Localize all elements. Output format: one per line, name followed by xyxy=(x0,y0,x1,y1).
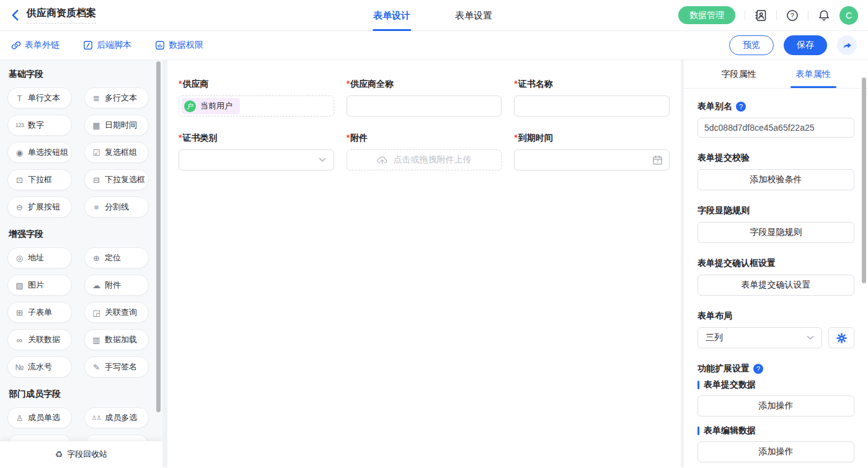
sidebar-scrollbar[interactable] xyxy=(156,61,161,412)
checkbox-group-icon: ☑ xyxy=(92,148,101,157)
palette-item-image[interactable]: ▨图片 xyxy=(7,275,72,296)
tab-form-settings[interactable]: 表单设置 xyxy=(455,0,492,31)
form-external-link-button[interactable]: 表单外链 xyxy=(11,40,60,51)
single-line-text-icon: T xyxy=(15,94,24,103)
certificate-type-select[interactable] xyxy=(179,149,334,170)
palette-item-radio-group[interactable]: ◉单选按钮组 xyxy=(7,142,72,163)
section-title-enhanced-fields: 增强字段 xyxy=(9,229,162,240)
palette-item-location[interactable]: ⊕定位 xyxy=(84,247,149,268)
submit-confirm-heading: 表单提交确认框设置 xyxy=(698,258,854,269)
layout-settings-button[interactable] xyxy=(828,327,854,348)
linked-query-icon: ◲ xyxy=(92,308,101,317)
palette-item-single-line-text[interactable]: T单行文本 xyxy=(7,87,72,108)
add-action-edit-button[interactable]: 添加操作 xyxy=(698,441,854,462)
bell-icon[interactable] xyxy=(818,9,830,22)
submit-confirm-settings-button[interactable]: 表单提交确认设置 xyxy=(698,275,854,296)
palette-item-extend-button[interactable]: ⊖扩展按钮 xyxy=(7,196,72,218)
form-alias-heading: 表单别名 ? xyxy=(698,101,854,112)
enhanced-fields-grid: ◎地址 ⊕定位 ▨图片 ☁附件 ⊞子表单 ◲关联查询 ∞关联数据 ▥数据加载 №… xyxy=(7,247,162,377)
share-button[interactable] xyxy=(837,35,857,55)
form-card[interactable]: *供应商 户 当前用户 *供应商全称 *证书名称 xyxy=(167,60,681,467)
chevron-left-icon xyxy=(11,9,19,21)
palette-item-data-load[interactable]: ▥数据加载 xyxy=(84,329,149,350)
field-attachment[interactable]: *附件 点击或拖拽附件上传 xyxy=(347,133,502,170)
palette-item-multi-select[interactable]: ⊟下拉复选框 xyxy=(84,169,149,190)
form-layout-select[interactable]: 三列 xyxy=(698,327,822,348)
submit-data-group: 表单提交数据 添加操作 xyxy=(698,379,854,417)
page-title[interactable]: 供应商资质档案 xyxy=(27,7,96,24)
palette-item-linked-data[interactable]: ∞关联数据 xyxy=(7,329,72,350)
save-button[interactable]: 保存 xyxy=(784,35,827,55)
divider xyxy=(776,11,777,20)
properties-tabs: 字段属性 表单属性 xyxy=(684,60,868,89)
multi-select-icon: ⊟ xyxy=(92,175,101,185)
toolbar-actions: 预览 保存 xyxy=(729,35,857,55)
field-supplier-full-name[interactable]: *供应商全称 xyxy=(347,79,502,117)
tab-form-properties[interactable]: 表单属性 xyxy=(796,60,831,88)
attachment-upload-area[interactable]: 点击或拖拽附件上传 xyxy=(347,149,502,170)
properties-scrollbar[interactable] xyxy=(862,77,866,283)
link-icon xyxy=(11,40,21,50)
help-badge-icon[interactable]: ? xyxy=(736,102,746,112)
help-icon[interactable]: ? xyxy=(786,9,799,22)
tab-form-design[interactable]: 表单设计 xyxy=(373,0,410,31)
form-layout-group: 表单布局 三列 xyxy=(698,311,854,348)
certificate-name-input[interactable] xyxy=(514,95,670,117)
palette-item-select[interactable]: ⊡下拉框 xyxy=(7,169,72,190)
form-fields-grid: *供应商 户 当前用户 *供应商全称 *证书名称 xyxy=(179,79,670,170)
toolbar-links: 表单外链 后端脚本 数据权限 xyxy=(11,40,203,51)
palette-item-address[interactable]: ◎地址 xyxy=(7,247,72,268)
field-recycle-bin-button[interactable]: ♻ 字段回收站 xyxy=(0,441,162,467)
top-header: 供应商资质档案 表单设计 表单设置 数据管理 ? xyxy=(0,0,868,31)
backend-script-button[interactable]: 后端脚本 xyxy=(83,40,131,51)
palette-item-subform[interactable]: ⊞子表单 xyxy=(7,302,72,323)
submit-validation-group: 表单提交校验 添加校验条件 xyxy=(698,152,854,190)
field-expire-time[interactable]: *到期时间 7 xyxy=(514,133,670,170)
palette-item-attachment[interactable]: ☁附件 xyxy=(84,275,149,296)
datetime-icon: ▦ xyxy=(92,121,101,130)
image-icon: ▨ xyxy=(15,281,24,290)
palette-item-datetime[interactable]: ▦日期时间 xyxy=(84,115,149,136)
palette-item-member-single[interactable]: ♙成员单选 xyxy=(7,407,72,428)
palette-item-checkbox-group[interactable]: ☑复选框组 xyxy=(84,142,149,163)
extend-button-icon: ⊖ xyxy=(15,203,24,212)
svg-text:7: 7 xyxy=(657,159,659,164)
form-layout-heading: 表单布局 xyxy=(698,311,854,322)
field-visibility-rules-button[interactable]: 字段显隐规则 xyxy=(698,222,854,243)
field-visibility-group: 字段显隐规则 字段显隐规则 xyxy=(698,205,854,243)
field-certificate-type[interactable]: *证书类别 xyxy=(179,133,334,170)
help-badge-icon[interactable]: ? xyxy=(753,364,763,374)
palette-item-linked-query[interactable]: ◲关联查询 xyxy=(84,302,149,323)
form-alias-group: 表单别名 ? xyxy=(698,101,854,138)
palette-item-number[interactable]: 123数字 xyxy=(7,115,72,136)
share-arrow-icon xyxy=(842,40,852,51)
palette-item-serial-number[interactable]: №流水号 xyxy=(7,356,72,377)
multi-line-text-icon: ≣ xyxy=(92,94,101,103)
avatar[interactable]: C xyxy=(839,6,858,25)
required-mark: * xyxy=(179,133,182,143)
properties-body: 表单别名 ? 表单提交校验 添加校验条件 字段显隐规则 字段显隐规则 表单提交确… xyxy=(684,89,868,462)
add-action-submit-button[interactable]: 添加操作 xyxy=(698,395,854,417)
palette-item-member-multi[interactable]: ♙♙成员多选 xyxy=(84,407,149,428)
field-label: *供应商全称 xyxy=(347,79,502,90)
field-label: *附件 xyxy=(347,133,502,144)
field-supplier[interactable]: *供应商 户 当前用户 xyxy=(179,79,334,117)
palette-item-divider-line[interactable]: ≡分割线 xyxy=(84,196,149,218)
add-validation-condition-button[interactable]: 添加校验条件 xyxy=(698,169,854,190)
field-certificate-name[interactable]: *证书名称 xyxy=(514,79,670,117)
supplier-full-name-input[interactable] xyxy=(347,95,502,117)
current-user-tag[interactable]: 户 当前用户 xyxy=(182,98,240,114)
linked-data-icon: ∞ xyxy=(15,335,24,345)
data-permission-button[interactable]: 数据权限 xyxy=(155,40,203,51)
data-manage-button[interactable]: 数据管理 xyxy=(678,6,735,24)
palette-item-multi-line-text[interactable]: ≣多行文本 xyxy=(84,87,149,108)
supplier-input[interactable]: 户 当前用户 xyxy=(179,95,334,117)
preview-button[interactable]: 预览 xyxy=(729,35,774,55)
form-alias-input[interactable] xyxy=(698,118,854,138)
tab-field-properties[interactable]: 字段属性 xyxy=(722,60,756,88)
palette-item-signature[interactable]: ✎手写签名 xyxy=(84,356,149,377)
back-button[interactable] xyxy=(10,8,20,22)
address-book-icon[interactable] xyxy=(755,9,767,22)
expire-time-input[interactable]: 7 xyxy=(514,149,670,170)
select-icon: ⊡ xyxy=(15,175,24,185)
